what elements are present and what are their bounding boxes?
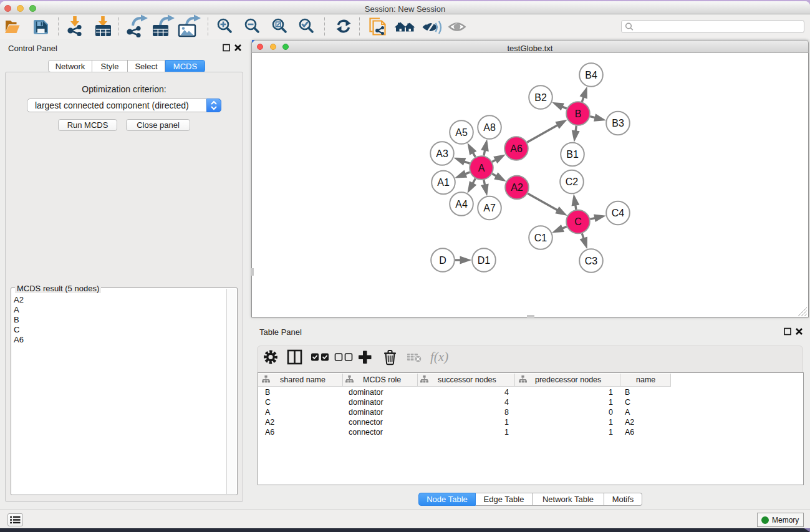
svg-text:C3: C3: [585, 256, 598, 266]
svg-text:C2: C2: [566, 177, 579, 187]
svg-text:C: C: [574, 216, 582, 227]
svg-text:D1: D1: [478, 255, 491, 266]
svg-text:A5: A5: [455, 127, 468, 138]
svg-text:D: D: [439, 255, 446, 266]
svg-text:A8: A8: [483, 122, 496, 133]
svg-text:B4: B4: [585, 70, 597, 80]
svg-text:B2: B2: [534, 92, 547, 103]
svg-text:A6: A6: [510, 143, 523, 154]
svg-text:C4: C4: [612, 208, 625, 218]
svg-text:A: A: [478, 163, 485, 173]
svg-text:B1: B1: [566, 149, 579, 160]
svg-text:C1: C1: [534, 233, 547, 243]
svg-text:B3: B3: [612, 118, 624, 128]
svg-text:A4: A4: [455, 199, 468, 210]
svg-text:A7: A7: [483, 203, 496, 213]
svg-text:B: B: [575, 109, 582, 119]
svg-text:A2: A2: [511, 182, 523, 193]
svg-text:A1: A1: [437, 177, 450, 188]
svg-text:f(x): f(x): [430, 349, 448, 364]
svg-text:A3: A3: [436, 148, 448, 159]
